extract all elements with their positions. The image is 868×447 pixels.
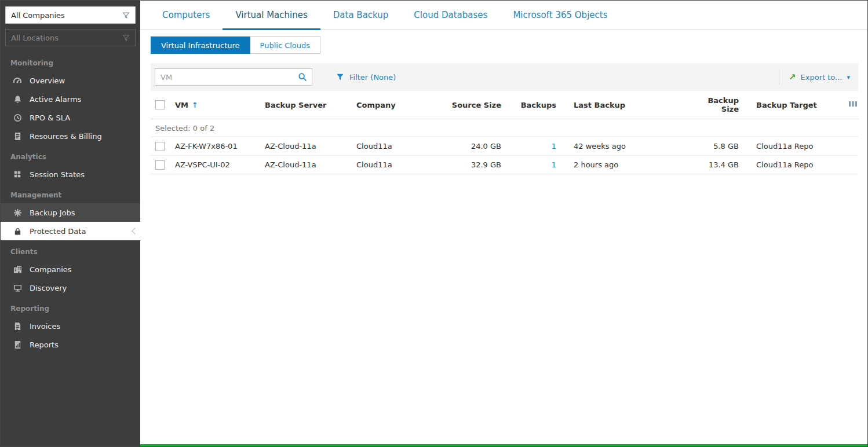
tab-data-backup[interactable]: Data Backup xyxy=(320,1,402,30)
backup-size-cell: 5.8 GB xyxy=(690,142,739,151)
location-filter-value: All Locations xyxy=(11,34,59,42)
tab-label: Computers xyxy=(162,10,210,20)
vm-name: AZ-VSPC-UI-02 xyxy=(175,160,230,169)
sidebar-item-label: Protected Data xyxy=(30,227,86,236)
invoice-document-icon xyxy=(13,321,22,331)
backups-count-link[interactable]: 1 xyxy=(552,160,556,169)
row-checkbox[interactable] xyxy=(155,142,165,151)
selection-summary-text: Selected: 0 of 2 xyxy=(155,124,214,133)
sidebar-item-session-states[interactable]: Session States xyxy=(1,165,140,184)
subtab-label: Virtual Infrastructure xyxy=(161,41,240,50)
sidebar-item-label: Overview xyxy=(30,76,65,85)
column-header-backup-target[interactable]: Backup Target xyxy=(739,101,837,109)
billing-receipt-icon xyxy=(13,131,22,141)
column-header-last-backup[interactable]: Last Backup xyxy=(556,101,690,109)
location-filter[interactable]: All Locations xyxy=(5,29,136,46)
sidebar-item-rpo-sla[interactable]: RPO & SLA xyxy=(1,108,140,127)
source-size-cell: 24.0 GB xyxy=(414,142,501,151)
sidebar-item-label: Active Alarms xyxy=(30,95,81,104)
backup-server-cell: AZ-Cloud-11a xyxy=(265,142,356,151)
column-header-backup-server[interactable]: Backup Server xyxy=(265,101,356,109)
table-row[interactable]: AZ-VSPC-UI-02 AZ-Cloud-11a Cloud11a 32.9… xyxy=(151,156,858,174)
company-filter-value: All Companies xyxy=(11,11,65,20)
sidebar-item-discovery[interactable]: Discovery xyxy=(1,279,140,297)
selection-summary: Selected: 0 of 2 xyxy=(151,119,858,137)
column-header-backups[interactable]: Backups xyxy=(501,101,556,109)
filter-funnel-icon xyxy=(122,12,130,19)
vm-name: AZ-FK-W7x86-01 xyxy=(175,142,238,151)
bell-icon xyxy=(13,94,22,104)
search-icon[interactable] xyxy=(293,69,312,85)
column-options-icon[interactable] xyxy=(848,100,858,109)
sidebar-item-label: Invoices xyxy=(30,322,60,331)
backups-count-link[interactable]: 1 xyxy=(552,142,556,151)
table-row[interactable]: AZ-FK-W7x86-01 AZ-Cloud-11a Cloud11a 24.… xyxy=(151,137,858,156)
filter-funnel-icon xyxy=(336,73,344,81)
subtab-public-clouds[interactable]: Public Clouds xyxy=(250,36,321,54)
column-header-backup-size[interactable]: Backup Size xyxy=(690,96,739,113)
tab-label: Cloud Databases xyxy=(414,10,487,20)
sub-tabs: Virtual Infrastructure Public Clouds xyxy=(151,36,320,54)
sidebar-item-label: Reports xyxy=(30,340,59,349)
export-control[interactable]: ↗ Export to... ▾ xyxy=(789,73,850,82)
tab-computers[interactable]: Computers xyxy=(149,1,223,30)
last-backup-cell: 42 weeks ago xyxy=(556,142,690,151)
source-size-cell: 32.9 GB xyxy=(414,160,501,169)
column-header-vm[interactable]: VM xyxy=(175,101,188,109)
sidebar-item-companies[interactable]: Companies xyxy=(1,260,140,279)
sidebar-item-backup-jobs[interactable]: Backup Jobs xyxy=(1,203,140,222)
filter-control[interactable]: Filter (None) xyxy=(336,73,396,82)
tab-virtual-machines[interactable]: Virtual Machines xyxy=(223,1,320,30)
report-chart-icon xyxy=(13,340,22,349)
company-cell: Cloud11a xyxy=(356,142,414,151)
dashboard-gauge-icon xyxy=(13,76,22,85)
tab-label: Data Backup xyxy=(333,10,389,20)
export-label: Export to... xyxy=(801,73,843,82)
sidebar-item-label: RPO & SLA xyxy=(30,113,70,122)
sidebar-item-protected-data[interactable]: Protected Data xyxy=(1,222,140,240)
column-header-company[interactable]: Company xyxy=(356,101,414,109)
company-cell: Cloud11a xyxy=(356,160,414,169)
chevron-down-icon: ▾ xyxy=(847,74,850,81)
export-arrow-icon: ↗ xyxy=(789,73,796,82)
grid-tiles-icon xyxy=(13,170,22,179)
sidebar-section-clients: Clients xyxy=(1,240,140,260)
search-input[interactable] xyxy=(155,73,293,82)
buildings-icon xyxy=(13,265,22,274)
sidebar-item-label: Session States xyxy=(30,170,85,179)
select-all-checkbox[interactable] xyxy=(155,100,165,109)
table-header-row: VM ↑ Backup Server Company Source Size B… xyxy=(151,91,858,119)
company-filter[interactable]: All Companies xyxy=(5,6,136,24)
row-checkbox[interactable] xyxy=(155,160,165,170)
toolbar-divider xyxy=(779,69,779,85)
sidebar-item-label: Resources & Billing xyxy=(30,132,102,141)
tab-cloud-databases[interactable]: Cloud Databases xyxy=(401,1,500,30)
sidebar-item-overview[interactable]: Overview xyxy=(1,71,140,90)
backup-server-cell: AZ-Cloud-11a xyxy=(265,160,356,169)
sidebar-item-resources-billing[interactable]: Resources & Billing xyxy=(1,127,140,145)
last-backup-cell: 2 hours ago xyxy=(556,160,690,169)
sort-ascending-icon: ↑ xyxy=(192,101,198,109)
monitor-discovery-icon xyxy=(13,283,22,292)
toolbar-right: ↗ Export to... ▾ xyxy=(779,69,850,85)
clock-icon xyxy=(13,113,22,122)
sidebar-item-invoices[interactable]: Invoices xyxy=(1,317,140,335)
main-content: Computers Virtual Machines Data Backup C… xyxy=(140,1,867,446)
tab-label: Microsoft 365 Objects xyxy=(513,10,607,20)
app-window: All Companies All Locations Monitoring O… xyxy=(0,0,868,447)
sidebar: All Companies All Locations Monitoring O… xyxy=(1,1,140,446)
sidebar-item-label: Companies xyxy=(30,265,72,274)
subtab-label: Public Clouds xyxy=(260,41,311,50)
sidebar-item-reports[interactable]: Reports xyxy=(1,335,140,354)
filter-label: Filter (None) xyxy=(349,73,396,82)
lock-icon xyxy=(13,226,22,236)
sidebar-item-active-alarms[interactable]: Active Alarms xyxy=(1,90,140,108)
column-header-source-size[interactable]: Source Size xyxy=(414,101,501,109)
sidebar-section-monitoring: Monitoring xyxy=(1,52,140,71)
jobs-asterisk-icon xyxy=(13,208,22,217)
subtab-virtual-infrastructure[interactable]: Virtual Infrastructure xyxy=(151,36,250,54)
toolbar: Filter (None) ↗ Export to... ▾ xyxy=(151,63,858,91)
sidebar-item-label: Backup Jobs xyxy=(30,208,75,217)
tab-microsoft-365-objects[interactable]: Microsoft 365 Objects xyxy=(500,1,620,30)
sidebar-section-reporting: Reporting xyxy=(1,297,140,317)
